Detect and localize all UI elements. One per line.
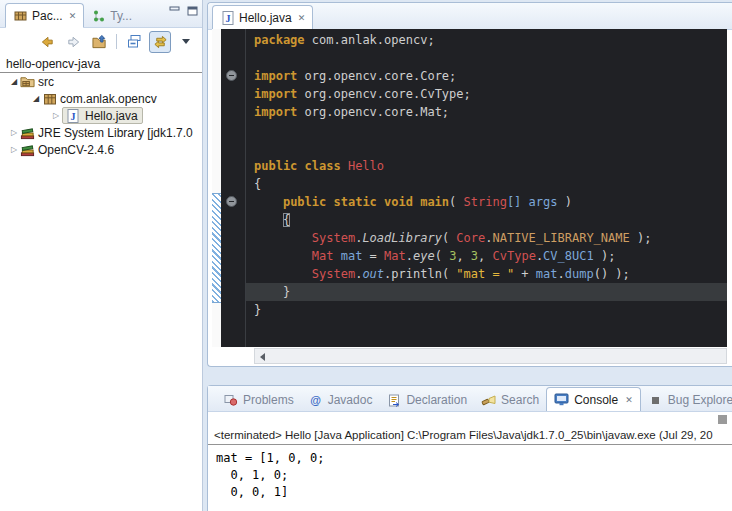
code-token: LoadLibrary [362, 231, 441, 245]
code-token: Mat [312, 249, 334, 263]
tab-search[interactable]: Search [474, 389, 546, 411]
console-toolbar-button[interactable] [718, 415, 727, 424]
collapse-all-button[interactable] [123, 31, 145, 53]
package-explorer-tree: hello-opencv-java◢src◢com.anlak.opencv▷J… [0, 55, 202, 158]
tab-label: Search [501, 393, 539, 407]
view-menu-button[interactable] [175, 31, 197, 53]
close-icon[interactable]: ✕ [67, 11, 77, 21]
code-token: System [312, 231, 355, 245]
tab-ty[interactable]: Ty... [84, 5, 139, 27]
fold-collapse-icon[interactable] [226, 196, 237, 207]
close-icon[interactable]: ✕ [623, 395, 633, 405]
scroll-left-arrow-icon[interactable] [260, 353, 265, 361]
code-token: String [464, 195, 507, 209]
bottom-view-tabbar: Problems@JavadocDeclarationSearchConsole… [208, 386, 732, 412]
code-token: . [558, 267, 565, 281]
code-area[interactable]: package com.anlak.opencv;import org.open… [246, 29, 727, 347]
editor-left-ruler[interactable] [212, 29, 221, 347]
tab-javadoc[interactable]: @Javadoc [301, 389, 380, 411]
code-token: ( [442, 231, 456, 245]
console-output: mat = [1, 0, 0; 0, 1, 0; 0, 0, 1] [208, 445, 732, 501]
tree-item-label: hello-opencv-java [3, 57, 100, 71]
java-file-icon: J [65, 109, 80, 123]
tab-pac[interactable]: Pac...✕ [5, 3, 84, 28]
range-indicator [212, 193, 221, 303]
code-token: CV_8UC1 [543, 249, 594, 263]
tab-label: Declaration [406, 393, 467, 407]
tree-item-src[interactable]: ◢src [0, 73, 202, 90]
package-explorer-icon [13, 9, 28, 23]
code-token: Hello [348, 159, 384, 173]
editor-tab-label: Hello.java [239, 11, 292, 25]
tree-item-hello-opencv-java[interactable]: hello-opencv-java [0, 55, 202, 73]
tab-problems[interactable]: Problems [216, 389, 301, 411]
code-token: "mat = " [456, 267, 514, 281]
fold-collapse-icon[interactable] [226, 70, 237, 81]
tree-expand-arrow-icon[interactable]: ▷ [8, 141, 20, 158]
tab-bug-explorer[interactable]: Bug Explorer [641, 389, 732, 411]
code-token [254, 231, 312, 245]
code-token: , [478, 249, 492, 263]
code-token: ); [594, 249, 616, 263]
forward-button[interactable] [62, 31, 84, 53]
tab-label: Ty... [110, 9, 132, 23]
tree-expand-arrow-icon[interactable]: ▷ [8, 124, 20, 141]
package-explorer-view: Pac...✕Ty... hello-opencv-java◢src◢com.a… [0, 0, 203, 511]
console-status-line: <terminated> Hello [Java Application] C:… [208, 427, 732, 445]
tab-declaration[interactable]: Declaration [379, 389, 474, 411]
horizontal-scrollbar[interactable] [254, 348, 727, 364]
code-line [246, 121, 727, 139]
collapse-all-icon [127, 35, 142, 49]
code-token: mat [536, 267, 558, 281]
tree-item-jre-system-library-jdk1-7-0[interactable]: ▷JRE System Library [jdk1.7.0 [0, 124, 202, 141]
tab-console[interactable]: Console✕ [546, 387, 641, 412]
code-token: [] args [507, 195, 558, 209]
tab-label: Pac... [32, 9, 63, 23]
editor-fold-gutter [221, 29, 246, 347]
declaration-icon [386, 393, 401, 407]
code-token: org.opencv.core.Core; [297, 69, 456, 83]
tree-item-com-anlak-opencv[interactable]: ◢com.anlak.opencv [0, 90, 202, 107]
code-token: public class [254, 159, 348, 173]
code-token: ( [435, 249, 449, 263]
code-token [254, 213, 283, 227]
code-token: public static void main [283, 195, 449, 209]
minimize-view-button[interactable] [168, 5, 180, 17]
tab-label: Console [574, 393, 618, 407]
code-token [254, 267, 312, 281]
code-token: { [283, 213, 290, 227]
selected-item-box: JHello.java [62, 107, 143, 124]
tab-label: Javadoc [328, 393, 373, 407]
svg-text:J: J [225, 12, 230, 23]
code-line: System.out.println( "mat = " + mat.dump(… [246, 265, 727, 283]
view-window-buttons [168, 5, 198, 17]
package-explorer-toolbar [0, 28, 202, 55]
back-button[interactable] [36, 31, 58, 53]
package-icon [42, 92, 57, 106]
code-token: + [514, 267, 536, 281]
up-button[interactable] [88, 31, 110, 53]
tree-item-hello-java[interactable]: ▷JHello.java [0, 107, 202, 124]
tree-collapse-arrow-icon[interactable]: ◢ [8, 73, 20, 90]
code-token: ( [442, 267, 456, 281]
java-file-icon: J [220, 11, 235, 25]
bug-icon [648, 393, 663, 407]
code-token [254, 249, 312, 263]
code-token: 3 [471, 249, 478, 263]
code-token: Core [456, 231, 485, 245]
tree-item-opencv-2-4-6[interactable]: ▷OpenCV-2.4.6 [0, 141, 202, 158]
forward-icon [66, 35, 81, 49]
code-token: org.opencv.core.CvType; [297, 87, 470, 101]
maximize-view-button[interactable] [186, 5, 198, 17]
close-icon[interactable]: ✕ [296, 13, 306, 23]
tree-expand-arrow-icon[interactable]: ▷ [50, 107, 62, 124]
editor-tab-hello-java[interactable]: J Hello.java ✕ [212, 5, 313, 30]
code-token: ( [449, 195, 463, 209]
svg-text:J: J [70, 110, 75, 121]
javadoc-icon: @ [308, 393, 323, 407]
tree-collapse-arrow-icon[interactable]: ◢ [30, 90, 42, 107]
code-token: mat [333, 249, 362, 263]
code-line: } [246, 283, 727, 301]
link-with-editor-button[interactable] [149, 31, 171, 53]
code-token: ) [557, 195, 571, 209]
